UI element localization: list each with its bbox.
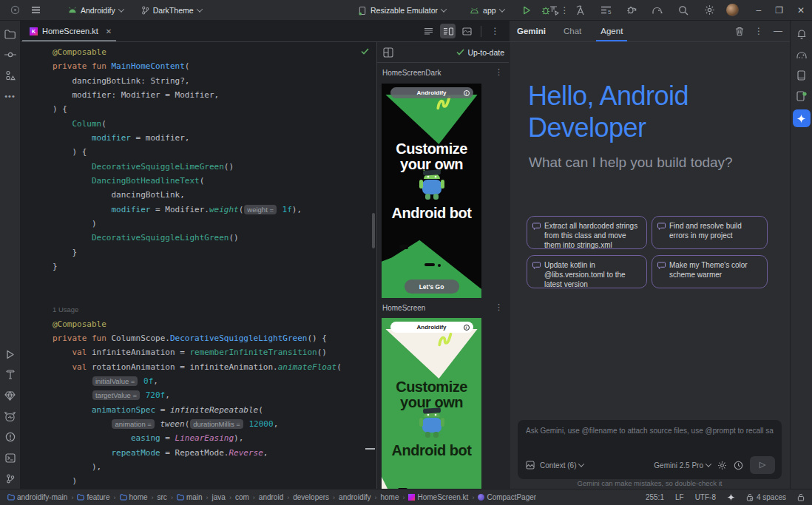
run-config-selector[interactable]: app (465, 4, 509, 17)
problems-tool-icon[interactable] (3, 430, 18, 444)
chevron-down-icon (196, 6, 202, 12)
structure-tool-icon[interactable] (3, 68, 18, 83)
running-devices-icon[interactable] (794, 89, 809, 104)
line-ending[interactable]: LF (675, 493, 684, 501)
attach-image-icon[interactable] (526, 461, 535, 470)
window-maximize-button[interactable]: ❐ (775, 5, 783, 16)
code-view-button[interactable] (421, 24, 436, 38)
project-selector[interactable]: Androidify (64, 4, 128, 17)
gemini-tool-icon[interactable] (793, 109, 811, 127)
breadcrumb-item[interactable]: androidify-main (7, 493, 67, 501)
code-assist-icon[interactable] (571, 2, 589, 18)
device-icon (358, 6, 367, 16)
code-line: modifier = modifier, (53, 131, 342, 145)
breadcrumb-item[interactable]: main (177, 493, 203, 501)
breadcrumb-item[interactable]: com (235, 493, 249, 501)
app-quality-insights-icon[interactable] (3, 388, 18, 403)
code-line: animation = tween(durationMillis = 12000… (53, 417, 342, 431)
inspections-ok-icon[interactable] (361, 48, 369, 55)
gemini-status-icon[interactable] (727, 493, 735, 501)
context-selector[interactable]: Context (6) (540, 461, 576, 470)
preview-status-label: Up-to-date (467, 48, 504, 57)
terminal-tool-icon[interactable] (3, 450, 18, 465)
tab-agent[interactable]: Agent (600, 21, 623, 41)
breadcrumb-item[interactable]: CompactPager (478, 493, 536, 501)
preview-status: Up-to-date (456, 48, 504, 57)
more-tools-icon[interactable]: ••• (3, 89, 18, 104)
tab-homescreen-kt[interactable]: K HomeScreen.kt ✕ (21, 21, 118, 41)
window-close-button[interactable]: ✕ (797, 5, 805, 16)
split-view-button[interactable] (440, 24, 456, 38)
chat-bubble-icon (657, 262, 666, 269)
hamburger-menu-icon[interactable] (27, 2, 44, 18)
todo-list-icon[interactable]: 5 (597, 2, 615, 18)
bug-sync-icon[interactable] (623, 2, 640, 18)
preview-item-menu-icon[interactable]: ⋮ (495, 302, 503, 312)
code-editor[interactable]: @Composableprivate fun MainHomeContent( … (21, 42, 377, 489)
window-minimize-button[interactable]: – (756, 5, 761, 16)
preview-item-menu-icon[interactable]: ⋮ (495, 67, 503, 77)
more-actions-icon[interactable]: ⋮ (556, 2, 574, 18)
user-avatar[interactable] (726, 4, 739, 16)
device-selector[interactable]: Resizable Emulator (353, 4, 450, 18)
preview-thumbnail-dark[interactable]: Androidifyi Customize your own (382, 84, 481, 298)
folder-icon (7, 494, 15, 501)
gemini-settings-icon[interactable] (717, 461, 727, 470)
debug-button[interactable] (537, 2, 555, 18)
gradle-sync-icon[interactable] (649, 2, 666, 18)
decorative-triangle (382, 477, 410, 489)
breadcrumb-item[interactable]: java (212, 493, 226, 501)
run-tool-icon[interactable] (3, 347, 18, 362)
device-manager-icon[interactable] (794, 68, 809, 83)
run-button[interactable] (518, 2, 535, 18)
settings-icon[interactable] (700, 2, 718, 18)
model-selector[interactable]: Gemini 2.5 Pro (654, 461, 703, 470)
commit-tool-icon[interactable] (3, 47, 18, 62)
git-tool-icon[interactable] (3, 471, 18, 486)
editor-tab-bar: K HomeScreen.kt ✕ ⋮ (21, 21, 510, 42)
gradle-tool-icon[interactable] (794, 47, 809, 62)
gemini-options-icon[interactable]: ⋮ (754, 26, 763, 36)
gemini-input-box[interactable]: Ask Gemini, use @filename to attach sour… (518, 420, 782, 479)
hide-panel-icon[interactable]: — (774, 26, 782, 36)
preview-scroll-area[interactable]: HomeScreenDark ⋮ Androidifyi Customize y… (377, 63, 509, 489)
suggestion-card[interactable]: Make my Theme's color scheme warmer (652, 255, 768, 288)
suggestion-card[interactable]: Update kotlin in @libs.version.toml to t… (527, 255, 647, 288)
tab-chat[interactable]: Chat (564, 21, 581, 41)
breadcrumb-item[interactable]: feature (77, 493, 109, 501)
search-icon[interactable] (674, 2, 692, 18)
suggestion-card[interactable]: Find and resolve build errors in my proj… (652, 216, 768, 249)
project-tool-icon[interactable] (3, 27, 18, 41)
preview-thumbnail-light[interactable]: Androidifyi Customize your own (382, 318, 481, 489)
branch-selector[interactable]: DarkTheme (137, 4, 206, 17)
breadcrumb-item[interactable]: developers (293, 493, 329, 501)
caret-position[interactable]: 255:1 (646, 493, 664, 501)
design-view-button[interactable] (459, 24, 475, 38)
breadcrumb-item[interactable]: android (259, 493, 283, 501)
breadcrumb-item[interactable]: src (158, 493, 167, 501)
breadcrumb-item[interactable]: HomeScreen.kt (408, 493, 468, 501)
breadcrumbs[interactable]: androidify-main›feature›home›src›main›ja… (7, 493, 536, 501)
delete-conversation-icon[interactable] (735, 27, 744, 36)
indent-config[interactable]: 4 spaces (746, 493, 786, 501)
editor-window: K HomeScreen.kt ✕ ⋮ (21, 21, 510, 489)
file-lock-icon[interactable] (797, 493, 805, 501)
breadcrumb-item[interactable]: home (120, 493, 148, 501)
suggestion-card[interactable]: Extract all hardcoded strings from this … (527, 216, 647, 249)
tab-close-icon[interactable]: ✕ (106, 27, 112, 35)
editor-options-icon[interactable]: ⋮ (487, 24, 503, 38)
send-button[interactable] (750, 456, 775, 474)
history-icon[interactable] (734, 461, 743, 470)
profiler-tool-icon[interactable] (3, 409, 18, 424)
breadcrumb-item[interactable]: home (380, 493, 399, 501)
preview-layout-icon[interactable] (383, 47, 393, 58)
code-line: ) (53, 474, 342, 488)
right-tool-rail (790, 21, 812, 489)
breadcrumb-item[interactable]: androidify (339, 493, 371, 501)
file-encoding[interactable]: UTF-8 (695, 493, 716, 501)
code-line: DancingBotHeadlineText( (53, 174, 342, 188)
code-line: DecorativeSquiggleLimeGreen() (53, 160, 342, 174)
editor-scrollbar[interactable] (372, 213, 375, 248)
notifications-icon[interactable] (794, 27, 809, 41)
build-tool-icon[interactable] (3, 367, 18, 382)
